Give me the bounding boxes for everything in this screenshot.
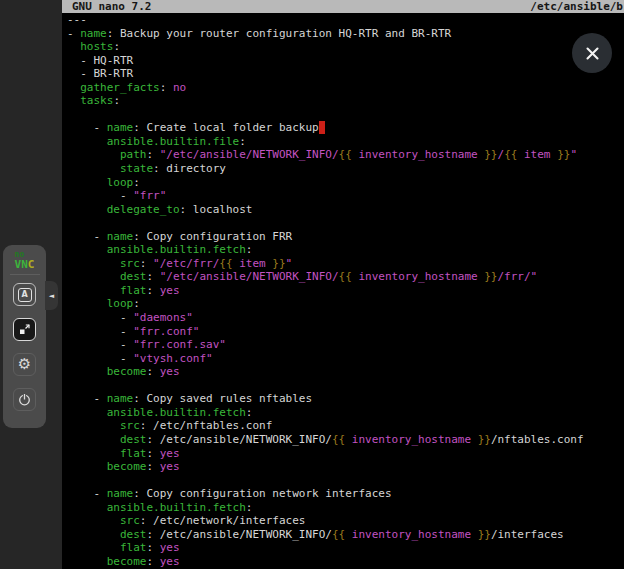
code-segment [67,94,80,107]
code-segment: dest [120,270,147,283]
code-segment: loop [107,176,134,189]
code-segment: hosts [80,40,113,53]
editor-line: ansible.builtin.fetch: [67,243,624,257]
terminal-window[interactable]: GNU nano 7.2 /etc/ansible/b ---- name: B… [62,0,624,569]
code-segment [67,284,120,297]
code-segment: : Copy saved rules nftables [133,392,312,405]
code-segment: {{ [332,528,345,541]
code-segment: : /etc/ansible/NETWORK_INFO/ [146,433,331,446]
fullscreen-button[interactable] [13,318,36,341]
editor-line: become: yes [67,555,624,569]
code-segment: {{ [339,148,352,161]
code-segment: {{ [339,270,352,283]
code-segment: }} [484,270,497,283]
code-segment: : localhost [180,203,253,216]
code-segment: : [113,40,120,53]
editor-line: - name: Backup your router configuration… [67,27,624,41]
close-button[interactable] [572,33,612,73]
code-segment: flat [120,447,147,460]
code-segment: src [120,419,140,432]
editor-line: - BR-RTR [67,67,624,81]
code-segment: }} [557,148,570,161]
code-segment: : [147,365,160,378]
code-segment: {{ [504,148,517,161]
code-segment: - HQ-RTR [67,54,133,67]
code-segment: {{ [332,433,345,446]
code-segment: become [107,365,147,378]
code-segment: - [67,352,133,365]
code-segment: src [120,257,140,270]
nano-file-path: /etc/ansible/b [530,0,623,13]
editor-line: - name: Copy saved rules nftables [67,392,624,406]
code-segment: name [107,121,134,134]
code-segment [67,270,120,283]
code-segment: - [67,27,80,40]
code-segment: : [246,243,253,256]
editor-line: - "vtysh.conf" [67,352,624,366]
editor-line: - name: Create local folder backup [67,121,624,135]
code-segment [67,433,120,446]
nano-titlebar: GNU nano 7.2 /etc/ansible/b [62,0,624,13]
text-cursor [319,121,326,134]
vnc-desktop: GNU nano 7.2 /etc/ansible/b ---- name: B… [0,0,624,569]
code-segment [67,257,120,270]
code-segment: inventory_hostname [352,148,484,161]
code-segment: ansible.builtin.fetch [107,406,246,419]
editor-line: ansible.builtin.fetch: [67,501,624,515]
code-segment: : Copy configuration FRR [133,230,292,243]
code-segment: - [67,311,133,324]
code-segment: : [147,460,160,473]
novnc-logo-bottom: VNC [15,253,35,272]
code-segment: tasks [80,94,113,107]
keyboard-button[interactable]: A [13,283,36,306]
code-segment [67,460,107,473]
control-bar-handle[interactable]: ◄ [45,281,58,310]
code-segment: inventory_hostname [352,270,484,283]
editor-line: dest: "/etc/ansible/NETWORK_INFO/{{ inve… [67,270,624,284]
editor-line: tasks: [67,94,624,108]
code-segment: {{ [219,257,232,270]
editor-line: src: /etc/network/interfaces [67,514,624,528]
code-segment: yes [160,365,180,378]
code-segment: flat [120,541,147,554]
editor-line: path: "/etc/ansible/NETWORK_INFO/{{ inve… [67,148,624,162]
code-segment: yes [160,284,180,297]
editor-line: - "frr.conf.sav" [67,338,624,352]
editor-line: src: /etc/nftables.conf [67,419,624,433]
editor-line: - "daemons" [67,311,624,325]
code-segment: }} [484,148,497,161]
code-segment: "frr" [133,189,166,202]
power-button[interactable] [13,388,36,411]
editor-line: src: "/etc/frr/{{ item }}" [67,257,624,271]
code-segment: - [67,487,107,500]
code-segment: " [570,148,577,161]
code-segment: : directory [153,162,226,175]
code-segment: }} [478,528,491,541]
gear-icon: ⚙ [18,357,31,372]
code-segment: - [67,230,107,243]
code-segment: : [246,406,253,419]
code-segment: gather_facts [80,81,159,94]
settings-button[interactable]: ⚙ [13,353,36,376]
code-segment: : [146,270,159,283]
code-segment: ansible.builtin.fetch [107,501,246,514]
code-segment: "frr.conf.sav" [133,338,226,351]
divider [10,274,40,275]
code-segment [67,148,120,161]
code-segment: ansible.builtin.file [107,135,239,148]
editor-line: --- [67,13,624,27]
code-segment: yes [160,460,180,473]
code-segment: : Copy configuration network interfaces [133,487,391,500]
code-segment: dest [120,528,147,541]
code-segment: "/etc/ansible/NETWORK_INFO/ [160,270,339,283]
code-segment: /interfaces [491,528,564,541]
code-segment: : [239,135,246,148]
code-segment: : /etc/ansible/NETWORK_INFO/ [146,528,331,541]
code-segment: dest [120,433,147,446]
editor[interactable]: ---- name: Backup your router configurat… [67,13,624,569]
code-segment: : [147,555,160,568]
editor-line [67,474,624,488]
code-segment [67,447,120,460]
vnc-control-bar: no VNC A ⚙ [3,245,46,428]
code-segment: state [120,162,153,175]
